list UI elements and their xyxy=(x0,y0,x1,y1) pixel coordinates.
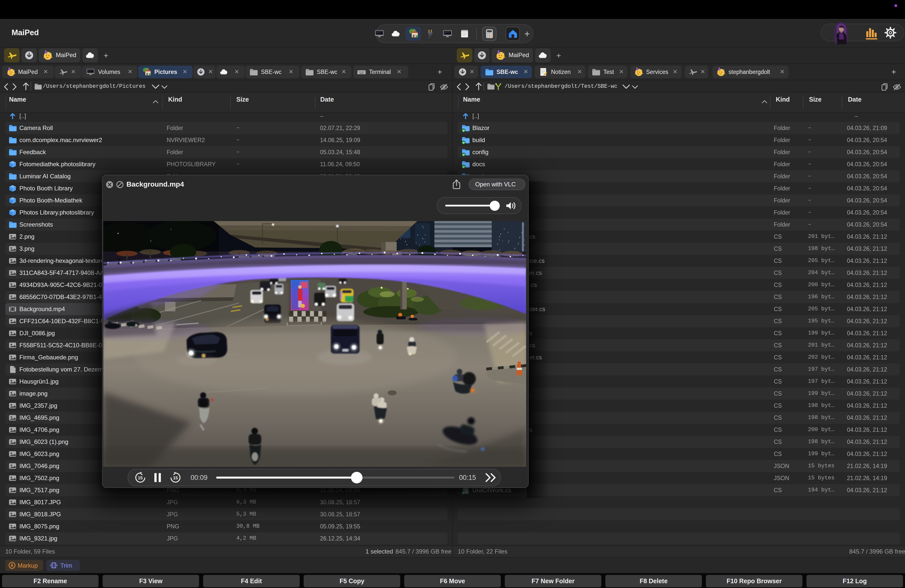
svg-text:15: 15 xyxy=(173,475,178,480)
svg-text:15: 15 xyxy=(138,475,143,480)
